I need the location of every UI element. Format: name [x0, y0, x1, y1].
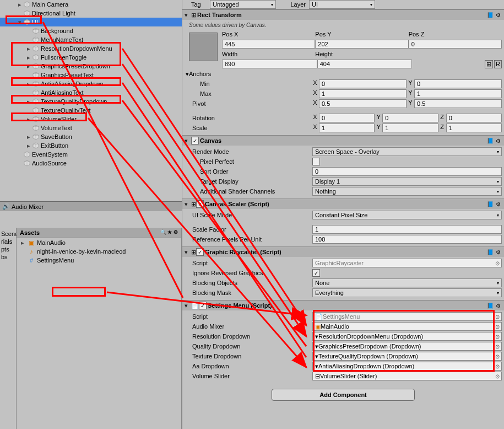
anchors-label[interactable]: Anchors	[189, 71, 211, 77]
folder-row[interactable]: Scenes	[1, 230, 15, 238]
anchor-preset[interactable]	[189, 33, 218, 61]
aa-dropdown-field[interactable]: ▾ AntiaAliasingDropdown (Dropdown)	[312, 362, 502, 371]
ref-pixels-field[interactable]: 100	[312, 235, 502, 244]
hierarchy-item[interactable]: ▸Main Camera	[0, 0, 182, 9]
rect-transform-header[interactable]: ▾ ⊞ Rect Transform 📘 ⚙	[182, 10, 504, 20]
hierarchy-panel[interactable]: ▸Main CameraDirectional Light▾UIBackgrou…	[0, 0, 182, 201]
posx-field[interactable]: 445	[222, 40, 315, 49]
layer-label: Layer	[279, 1, 306, 8]
tag-dropdown[interactable]: Untagged	[210, 0, 276, 9]
render-mode-dropdown[interactable]: Screen Space - Overlay	[312, 147, 502, 156]
texture-dropdown-field[interactable]: ▾ TextureQualityDropdown (Dropdown)	[312, 352, 502, 361]
width-field[interactable]: 890	[222, 60, 317, 68]
audio-mixer-field[interactable]: ▣ MainAudio	[312, 322, 502, 331]
ignore-reversed-checkbox[interactable]: ✓	[312, 269, 320, 277]
hierarchy-item[interactable]: ▾UI	[0, 18, 182, 26]
hierarchy-item[interactable]: EventSystem	[0, 150, 182, 159]
asset-row[interactable]: ♪night-in-venice-by-kevin-macleod	[17, 247, 181, 256]
hierarchy-item[interactable]: GraphicsPresetText	[0, 71, 182, 79]
hierarchy-item[interactable]: ▸ResolutionDropdownMenu	[0, 44, 182, 53]
asset-row[interactable]: #SettingsMenu	[17, 256, 181, 265]
hierarchy-item[interactable]: Background	[0, 26, 182, 35]
add-component-button[interactable]: Add Component	[272, 389, 415, 401]
asset-row[interactable]: ▸▣MainAudio	[17, 238, 181, 247]
ui-scale-mode-dropdown[interactable]: Constant Pixel Size	[312, 211, 502, 219]
hierarchy-item[interactable]: ▸AntiaAliasingDropdown	[0, 79, 182, 88]
hierarchy-item[interactable]: TextureQualityText	[0, 106, 182, 115]
shader-channels-dropdown[interactable]: Nothing	[312, 187, 502, 196]
hierarchy-item[interactable]: ▸ExitButton	[0, 141, 182, 150]
help-icon[interactable]: 📘	[486, 12, 495, 18]
hierarchy-item[interactable]: ▸TextureQualityDropdown	[0, 97, 182, 106]
hierarchy-item[interactable]: ▸VolumeSlider	[0, 115, 182, 124]
scale-factor-field[interactable]: 1	[312, 225, 502, 234]
hierarchy-item[interactable]: VolumeText	[0, 124, 182, 132]
height-field[interactable]: 404	[317, 60, 413, 68]
volume-slider-field[interactable]: ⊟ VolumeSlider (Slider)	[312, 372, 502, 380]
canvas-scaler-header[interactable]: ▾⊞✓Canvas Scaler (Script)📘⚙	[182, 199, 504, 209]
posy-field[interactable]: 202	[315, 40, 408, 49]
layer-dropdown[interactable]: UI	[309, 0, 375, 9]
project-folders[interactable]: Scenesrialsptsbs	[0, 228, 17, 429]
graphic-raycaster-header[interactable]: ▾⊞✓Graphic Raycaster (Script)📘⚙	[182, 247, 504, 257]
assets-search-icon[interactable]: 🔍 ★ ⚙	[160, 229, 178, 236]
settings-menu-header[interactable]: ▾📄✓Settings Menu (Script)📘⚙	[182, 301, 504, 310]
target-display-dropdown[interactable]: Display 1	[312, 177, 502, 186]
canvas-header[interactable]: ▾✓Canvas📘⚙	[182, 136, 504, 146]
tag-label: Tag	[185, 1, 207, 8]
blocking-mask-dropdown[interactable]: Everything	[312, 288, 502, 297]
audiomixer-tabbar: 🔊 Audio Mixer	[0, 201, 182, 211]
blocking-objects-dropdown[interactable]: None	[312, 278, 502, 287]
hierarchy-item[interactable]: Directional Light	[0, 9, 182, 18]
project-panel: Scenesrialsptsbs Assets 🔍 ★ ⚙ ▸▣MainAudi…	[0, 228, 182, 429]
rect-note: Some values driven by Canvas.	[185, 21, 502, 29]
hierarchy-item[interactable]: ▸FullscreenToggle	[0, 53, 182, 62]
hierarchy-item[interactable]: AntiAliasingText	[0, 88, 182, 97]
pixel-perfect-checkbox[interactable]	[312, 158, 320, 165]
raycaster-script-field: GraphicRaycaster	[312, 259, 502, 267]
audiomixer-tab[interactable]: Audio Mixer	[12, 203, 44, 210]
gear-icon[interactable]: ⚙	[495, 12, 502, 18]
folder-row[interactable]: bs	[1, 253, 15, 261]
script-field: 📄 SettingsMenu	[312, 312, 502, 321]
quality-dropdown-field[interactable]: ▾ GraphicsPresetDropdown (Dropdown)	[312, 342, 502, 351]
folder-row[interactable]: rials	[1, 238, 15, 245]
sort-order-field[interactable]: 0	[312, 167, 502, 176]
posz-field[interactable]: 0	[409, 40, 502, 49]
hierarchy-item[interactable]: AudioSource	[0, 159, 182, 168]
assets-header: Assets	[20, 229, 40, 236]
folder-row[interactable]: pts	[1, 245, 15, 253]
resolution-dropdown-field[interactable]: ▾ ResolutionDropdownMenu (Dropdown)	[312, 332, 502, 341]
hierarchy-item[interactable]: ▸SaveButton	[0, 132, 182, 141]
hierarchy-item[interactable]: MenuNameText	[0, 35, 182, 44]
canvas-enable[interactable]: ✓	[191, 137, 199, 144]
hierarchy-item[interactable]: ▸GraphicsPresetDropdown	[0, 62, 182, 71]
